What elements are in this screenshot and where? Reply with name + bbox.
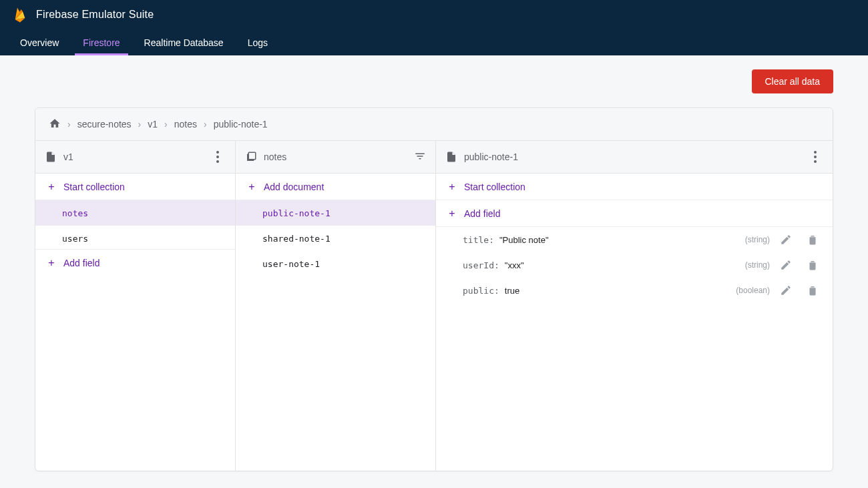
field-row[interactable]: userId: "xxx" (string) xyxy=(436,252,833,278)
breadcrumb-item[interactable]: public-note-1 xyxy=(214,119,268,130)
breadcrumb-item[interactable]: notes xyxy=(174,119,197,130)
chevron-right-icon: › xyxy=(67,119,71,130)
document-icon xyxy=(45,151,57,163)
field-row[interactable]: title: "Public note" (string) xyxy=(436,227,833,252)
start-collection-button[interactable]: + Start collection xyxy=(35,174,235,200)
plus-icon: + xyxy=(447,182,457,192)
filter-icon[interactable] xyxy=(414,150,426,164)
field-value: "xxx" xyxy=(505,260,524,270)
header-tabs: Overview Firestore Realtime Database Log… xyxy=(0,29,868,55)
tab-realtime-database[interactable]: Realtime Database xyxy=(136,29,232,55)
home-icon[interactable] xyxy=(49,117,61,132)
add-field-label: Add field xyxy=(63,258,99,268)
field-key: title: xyxy=(463,235,494,245)
plus-icon: + xyxy=(46,182,57,192)
breadcrumb-item[interactable]: secure-notes xyxy=(77,119,132,130)
field-type: (string) xyxy=(745,235,770,244)
column-header: notes xyxy=(236,141,435,174)
collection-item-users[interactable]: users xyxy=(35,226,235,249)
firebase-logo-icon xyxy=(13,6,27,23)
field-type: (boolean) xyxy=(736,286,770,295)
field-value: "Public note" xyxy=(499,235,549,245)
start-collection-label: Start collection xyxy=(63,182,125,192)
more-menu-button[interactable] xyxy=(807,151,823,163)
collections-list: notes users xyxy=(35,200,235,249)
tab-overview[interactable]: Overview xyxy=(12,29,67,55)
tab-firestore[interactable]: Firestore xyxy=(75,29,128,55)
documents-list: public-note-1 shared-note-1 user-note-1 xyxy=(236,200,435,471)
document-icon xyxy=(445,151,457,163)
header-top: Firebase Emulator Suite xyxy=(0,0,868,29)
field-value: true xyxy=(505,286,519,296)
column-header: v1 xyxy=(35,141,235,174)
column-title: notes xyxy=(264,152,407,162)
add-document-button[interactable]: + Add document xyxy=(236,174,435,200)
delete-icon[interactable] xyxy=(802,229,823,250)
start-collection-label: Start collection xyxy=(464,182,525,192)
field-key: userId: xyxy=(463,260,499,270)
field-row[interactable]: public: true (boolean) xyxy=(436,278,833,303)
document-item[interactable]: shared-note-1 xyxy=(236,226,435,251)
column-title: v1 xyxy=(63,152,203,162)
start-collection-button[interactable]: + Start collection xyxy=(436,174,833,200)
chevron-right-icon: › xyxy=(204,119,207,130)
add-field-label: Add field xyxy=(464,208,500,219)
plus-icon: + xyxy=(246,182,257,192)
column-collection-notes: notes + Add document public-note-1 share… xyxy=(236,141,436,471)
tab-logs[interactable]: Logs xyxy=(240,29,276,55)
fields-list: title: "Public note" (string) userId: "x… xyxy=(436,227,833,471)
add-field-button[interactable]: + Add field xyxy=(436,200,833,227)
breadcrumb-item[interactable]: v1 xyxy=(148,119,158,130)
delete-icon[interactable] xyxy=(802,254,823,276)
document-item[interactable]: user-note-1 xyxy=(236,251,435,276)
edit-icon[interactable] xyxy=(775,280,797,301)
add-document-label: Add document xyxy=(264,182,324,192)
suite-title: Firebase Emulator Suite xyxy=(36,9,154,21)
plus-icon: + xyxy=(447,208,457,219)
svg-rect-1 xyxy=(248,152,256,160)
breadcrumb: › secure-notes › v1 › notes › public-not… xyxy=(35,108,833,141)
more-menu-button[interactable] xyxy=(210,151,226,163)
field-type: (string) xyxy=(745,260,770,270)
column-title: public-note-1 xyxy=(464,152,801,162)
columns: v1 + Start collection notes users + Add … xyxy=(35,141,833,471)
action-bar: Clear all data xyxy=(0,55,868,107)
add-field-button[interactable]: + Add field xyxy=(35,249,235,276)
document-item[interactable]: public-note-1 xyxy=(236,200,435,226)
column-header: public-note-1 xyxy=(436,141,833,174)
delete-icon[interactable] xyxy=(802,280,823,301)
column-doc-detail: public-note-1 + Start collection + Add f… xyxy=(436,141,833,471)
collection-icon xyxy=(245,151,257,163)
field-key: public: xyxy=(463,286,499,296)
chevron-right-icon: › xyxy=(164,119,168,130)
chevron-right-icon: › xyxy=(138,119,142,130)
column-doc-v1: v1 + Start collection notes users + Add … xyxy=(35,141,236,471)
app-header: Firebase Emulator Suite Overview Firesto… xyxy=(0,0,868,55)
plus-icon: + xyxy=(46,258,57,268)
clear-all-data-button[interactable]: Clear all data xyxy=(752,69,834,93)
edit-icon[interactable] xyxy=(775,229,797,250)
collection-item-notes[interactable]: notes xyxy=(35,200,235,226)
firestore-panel: › secure-notes › v1 › notes › public-not… xyxy=(35,107,833,471)
edit-icon[interactable] xyxy=(775,254,797,276)
